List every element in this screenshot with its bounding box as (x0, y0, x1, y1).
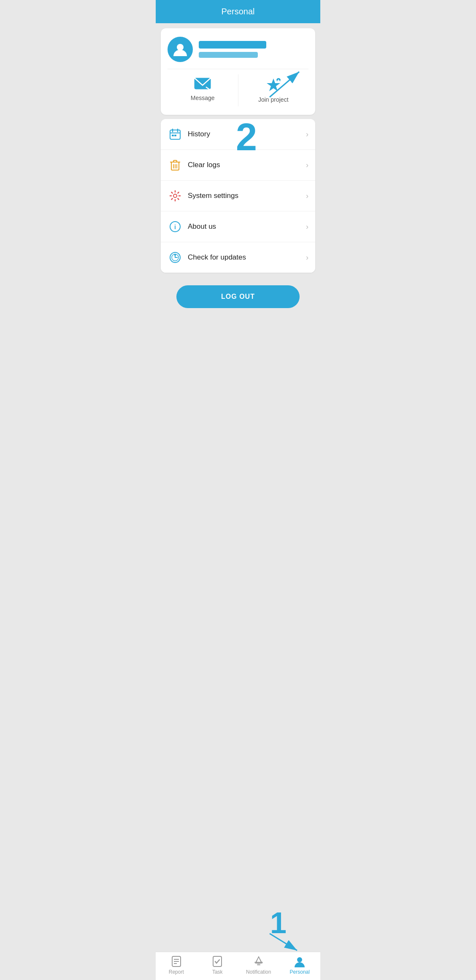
check-updates-text: Check for updates (188, 253, 306, 262)
svg-text:i: i (174, 224, 176, 230)
menu-item-check-updates[interactable]: Check for updates › (161, 242, 315, 273)
chevron-right-icon: › (306, 161, 308, 170)
menu-item-clear-logs[interactable]: Clear logs › (161, 150, 315, 181)
star-icon (266, 78, 281, 93)
personal-label: Personal (290, 969, 310, 975)
svg-point-0 (177, 44, 184, 51)
personal-icon (294, 956, 306, 967)
svg-line-28 (270, 934, 297, 950)
menu-list: History › Clear logs › (161, 119, 315, 273)
user-icon (173, 42, 188, 57)
report-label: Report (169, 969, 184, 975)
join-project-label: Join project (258, 96, 289, 103)
report-icon (170, 956, 182, 967)
about-us-text: About us (188, 222, 306, 231)
svg-point-37 (297, 957, 302, 962)
svg-rect-11 (172, 135, 174, 136)
profile-sub-bar (199, 52, 258, 58)
message-icon (194, 78, 211, 91)
system-settings-text: System settings (188, 192, 306, 200)
profile-name-bar (199, 41, 266, 49)
nav-item-report[interactable]: Report (156, 956, 197, 975)
header-title: Personal (222, 7, 255, 16)
update-icon (168, 250, 183, 265)
trash-icon (168, 157, 183, 173)
gear-icon (168, 188, 183, 203)
nav-item-task[interactable]: Task (197, 956, 238, 975)
menu-item-about-us[interactable]: i About us › (161, 211, 315, 242)
task-label: Task (212, 969, 223, 975)
bottom-nav: Report Task Notification Personal (156, 952, 320, 980)
action-row: Message Join project (168, 74, 308, 106)
clear-logs-text: Clear logs (188, 161, 306, 169)
join-project-action[interactable]: Join project (238, 74, 309, 106)
logout-button[interactable]: LOG OUT (176, 285, 300, 308)
message-label: Message (191, 95, 215, 101)
calendar-icon (168, 127, 183, 142)
svg-rect-12 (174, 135, 176, 136)
history-text: History (188, 130, 306, 138)
svg-rect-15 (173, 160, 177, 162)
profile-row (168, 37, 308, 69)
profile-card: Message Join project (161, 28, 315, 115)
nav-item-personal[interactable]: Personal (279, 956, 321, 975)
arrow-personal-tab (265, 929, 303, 955)
message-action[interactable]: Message (168, 74, 238, 106)
svg-point-19 (173, 194, 177, 198)
chevron-right-icon: › (306, 222, 308, 231)
profile-info (199, 41, 266, 58)
app-header: Personal (156, 0, 320, 23)
menu-item-history[interactable]: History › (161, 119, 315, 150)
menu-item-system-settings[interactable]: System settings › (161, 181, 315, 211)
chevron-right-icon: › (306, 253, 308, 262)
main-content: Message Join project (156, 23, 320, 355)
task-icon (211, 956, 223, 967)
chevron-right-icon: › (306, 130, 308, 139)
avatar (168, 37, 193, 62)
chevron-right-icon: › (306, 192, 308, 200)
annotation-number-1: 1 (270, 908, 287, 938)
info-icon: i (168, 219, 183, 234)
nav-item-notification[interactable]: Notification (238, 956, 279, 975)
notification-icon (253, 956, 265, 967)
notification-label: Notification (246, 969, 271, 975)
